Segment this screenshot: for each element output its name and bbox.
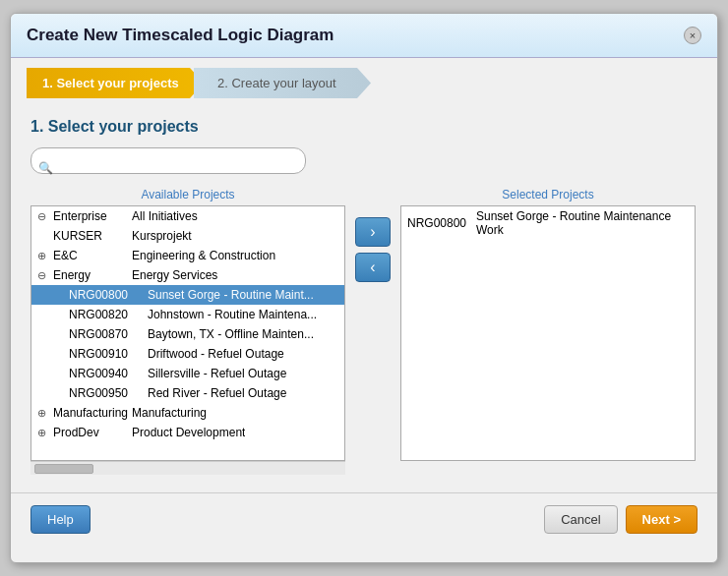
project-name: Driftwood - Refuel Outage (148, 347, 284, 361)
dialog-footer: Help Cancel Next > (11, 492, 717, 546)
cancel-button[interactable]: Cancel (544, 505, 617, 534)
project-code: Energy (53, 268, 132, 282)
project-name: Engineering & Construction (132, 249, 275, 262)
dialog-body: 1. Select your projects 🔍 Available Proj… (11, 108, 717, 485)
project-code: Enterprise (53, 209, 132, 223)
transfer-arrows: › ‹ (355, 217, 391, 282)
available-hscroll[interactable] (30, 461, 345, 475)
project-code: NRG00800 (69, 288, 148, 302)
available-list-item[interactable]: ⊕E&CEngineering & Construction (31, 246, 344, 265)
selected-panel-label: Selected Projects (400, 188, 696, 202)
expand-icon[interactable]: ⊖ (37, 269, 53, 282)
project-code: KURSER (53, 229, 132, 243)
selected-scroll-area[interactable]: NRG00800Sunset Gorge - Routine Maintenan… (401, 206, 695, 448)
project-name: Manufacturing (132, 406, 207, 420)
project-code: NRG00950 (69, 386, 148, 400)
project-code: NRG00910 (69, 347, 148, 361)
dialog-header: Create New Timescaled Logic Diagram × (11, 14, 717, 58)
project-name: Baytown, TX - Offline Mainten... (148, 327, 314, 341)
project-name: Johnstown - Routine Maintena... (148, 308, 317, 321)
wizard-step-1[interactable]: 1. Select your projects (27, 68, 204, 98)
available-scroll-area[interactable]: ⊖EnterpriseAll Initiatives KURSERKurspro… (31, 206, 344, 442)
help-button[interactable]: Help (30, 505, 91, 534)
wizard-steps: 1. Select your projects 2. Create your l… (11, 58, 717, 108)
project-name: Product Development (132, 426, 245, 439)
create-diagram-dialog: Create New Timescaled Logic Diagram × 1.… (10, 13, 718, 563)
selected-project-name: Sunset Gorge - Routine Maintenance Work (476, 209, 689, 237)
selected-list-item[interactable]: NRG00800Sunset Gorge - Routine Maintenan… (401, 206, 695, 240)
project-name: Red River - Refuel Outage (148, 386, 286, 400)
dialog-title: Create New Timescaled Logic Diagram (27, 26, 334, 45)
search-icon: 🔍 (38, 161, 53, 175)
remove-from-selected-button[interactable]: ‹ (355, 253, 391, 282)
available-list-item[interactable]: ⊖EnergyEnergy Services (31, 265, 344, 285)
available-projects-list: ⊖EnterpriseAll Initiatives KURSERKurspro… (30, 205, 345, 461)
add-to-selected-button[interactable]: › (355, 217, 391, 247)
project-code: NRG00940 (69, 367, 148, 380)
available-panel-outer: ⊖EnterpriseAll Initiatives KURSERKurspro… (30, 205, 345, 475)
project-code: ProdDev (53, 426, 132, 439)
available-list-item[interactable]: NRG00950Red River - Refuel Outage (31, 383, 344, 403)
project-name: Sunset Gorge - Routine Maint... (148, 288, 314, 302)
panels-row: Available Projects ⊖EnterpriseAll Initia… (30, 188, 698, 475)
available-list-item[interactable]: ⊖EnterpriseAll Initiatives (31, 206, 344, 226)
project-name: Energy Services (132, 268, 217, 282)
search-wrapper: 🔍 (30, 147, 306, 188)
selected-project-code: NRG00800 (407, 216, 476, 230)
section-title: 1. Select your projects (30, 118, 698, 136)
search-input[interactable] (30, 147, 306, 174)
project-code: E&C (53, 249, 132, 262)
next-button[interactable]: Next > (626, 505, 698, 534)
available-list-item[interactable]: ⊕ProdDevProduct Development (31, 423, 344, 442)
project-name: Sillersville - Refuel Outage (148, 367, 286, 380)
project-code: NRG00870 (69, 327, 148, 341)
selected-panel-section: Selected Projects NRG00800Sunset Gorge -… (400, 188, 696, 461)
available-list-item[interactable]: NRG00800Sunset Gorge - Routine Maint... (31, 285, 344, 305)
close-button[interactable]: × (684, 27, 701, 44)
available-panel-label: Available Projects (30, 188, 345, 202)
wizard-step-2[interactable]: 2. Create your layout (194, 68, 371, 98)
selected-projects-list: NRG00800Sunset Gorge - Routine Maintenan… (400, 205, 696, 461)
expand-icon[interactable]: ⊕ (37, 427, 53, 439)
project-code: Manufacturing (53, 406, 132, 420)
footer-right-buttons: Cancel Next > (544, 505, 698, 534)
available-list-item[interactable]: NRG00940Sillersville - Refuel Outage (31, 364, 344, 383)
project-name: Kursprojekt (132, 229, 192, 243)
available-list-item[interactable]: KURSERKursprojekt (31, 226, 344, 246)
project-code: NRG00820 (69, 308, 148, 321)
expand-icon[interactable]: ⊕ (37, 250, 53, 262)
hscroll-thumb (34, 464, 93, 474)
available-panel-section: Available Projects ⊖EnterpriseAll Initia… (30, 188, 345, 475)
project-name: All Initiatives (132, 209, 198, 223)
expand-icon[interactable]: ⊖ (37, 210, 53, 223)
expand-icon[interactable]: ⊕ (37, 407, 53, 420)
available-list-item[interactable]: NRG00820Johnstown - Routine Maintena... (31, 305, 344, 324)
available-list-item[interactable]: NRG00870Baytown, TX - Offline Mainten... (31, 324, 344, 344)
available-list-item[interactable]: NRG00910Driftwood - Refuel Outage (31, 344, 344, 364)
available-list-item[interactable]: ⊕ManufacturingManufacturing (31, 403, 344, 423)
